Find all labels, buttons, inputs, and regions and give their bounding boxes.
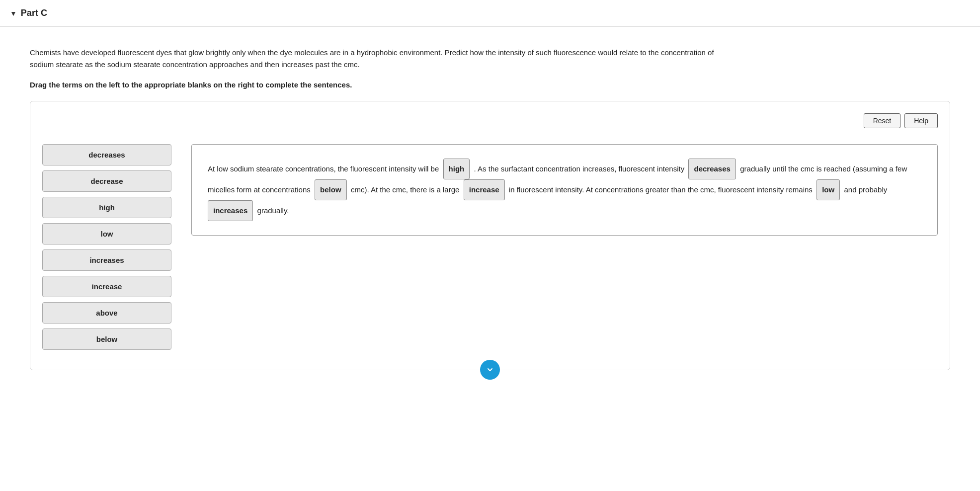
top-buttons: Reset Help [42,113,938,128]
exercise-box: Reset Help decreasesdecreasehighlowincre… [30,101,950,370]
term-above[interactable]: above [42,302,171,324]
reset-button[interactable]: Reset [864,113,901,128]
page-container: ▼ Part C Chemists have developed fluores… [0,0,980,491]
term-decrease[interactable]: decrease [42,170,171,192]
content-area: Chemists have developed fluorescent dyes… [0,27,980,390]
blank1[interactable]: high [443,159,470,179]
sentence-part6: and probably [844,185,888,194]
term-high[interactable]: high [42,197,171,218]
help-button[interactable]: Help [904,113,938,128]
sentences-box: At low sodium stearate concentrations, t… [191,144,938,236]
sentence-part7: gradually. [257,206,289,215]
chevron-icon[interactable]: ▼ [10,9,17,17]
scroll-down-icon[interactable] [480,360,500,380]
sentence-part5: in fluorescent intensity. At concentrati… [509,185,813,194]
part-header: ▼ Part C [0,0,980,27]
sentence-part2: . As the surfactant concentration increa… [474,164,685,173]
blank4[interactable]: increase [464,179,505,200]
sentence-part4: cmc). At the cmc, there is a large [351,185,459,194]
blank5[interactable]: low [817,179,840,200]
blank2[interactable]: decreases [688,159,735,179]
exercise-inner: decreasesdecreasehighlowincreasesincreas… [42,144,938,350]
part-title: Part C [21,8,47,18]
term-decreases[interactable]: decreases [42,144,171,165]
blank3[interactable]: below [315,179,347,200]
blank6[interactable]: increases [208,200,253,221]
term-increases[interactable]: increases [42,249,171,271]
terms-column: decreasesdecreasehighlowincreasesincreas… [42,144,171,350]
description-text: Chemists have developed fluorescent dyes… [30,47,726,71]
sentence-part1: At low sodium stearate concentrations, t… [208,164,439,173]
term-below[interactable]: below [42,328,171,350]
term-increase[interactable]: increase [42,276,171,297]
term-low[interactable]: low [42,223,171,245]
instruction-text: Drag the terms on the left to the approp… [30,81,950,89]
svg-point-0 [485,365,495,375]
